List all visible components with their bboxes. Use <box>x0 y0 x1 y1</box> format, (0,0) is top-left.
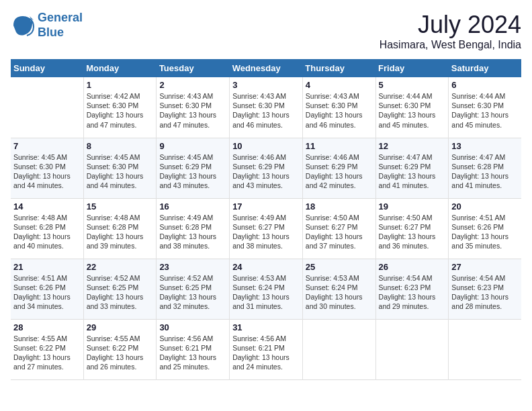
day-info: Sunrise: 4:55 AM Sunset: 6:22 PM Dayligh… <box>87 334 154 372</box>
day-info: Sunrise: 4:56 AM Sunset: 6:21 PM Dayligh… <box>232 334 300 372</box>
day-info: Sunrise: 4:43 AM Sunset: 6:30 PM Dayligh… <box>159 91 226 130</box>
logo: General Blue <box>11 11 83 40</box>
calendar-cell: 17Sunrise: 4:49 AM Sunset: 6:27 PM Dayli… <box>230 198 303 259</box>
day-number: 30 <box>159 322 226 332</box>
calendar-cell: 21Sunrise: 4:51 AM Sunset: 6:26 PM Dayli… <box>11 259 83 319</box>
day-number: 23 <box>159 262 226 272</box>
calendar-cell <box>302 319 375 379</box>
day-number: 15 <box>87 201 154 212</box>
calendar-header-row: SundayMondayTuesdayWednesdayThursdayFrid… <box>11 59 521 77</box>
calendar-cell: 16Sunrise: 4:49 AM Sunset: 6:28 PM Dayli… <box>157 198 230 259</box>
day-number: 16 <box>159 201 226 212</box>
header-tuesday: Tuesday <box>157 59 230 77</box>
header-friday: Friday <box>375 59 449 77</box>
week-row-5: 28Sunrise: 4:55 AM Sunset: 6:22 PM Dayli… <box>11 319 521 379</box>
day-info: Sunrise: 4:50 AM Sunset: 6:27 PM Dayligh… <box>306 213 373 251</box>
day-info: Sunrise: 4:51 AM Sunset: 6:26 PM Dayligh… <box>13 273 81 312</box>
day-info: Sunrise: 4:45 AM Sunset: 6:30 PM Dayligh… <box>87 152 154 191</box>
calendar-cell: 26Sunrise: 4:54 AM Sunset: 6:23 PM Dayli… <box>375 259 449 319</box>
week-row-1: 1Sunrise: 4:42 AM Sunset: 6:30 PM Daylig… <box>11 77 521 138</box>
day-info: Sunrise: 4:44 AM Sunset: 6:30 PM Dayligh… <box>379 91 446 130</box>
day-number: 29 <box>87 322 154 332</box>
day-number: 11 <box>306 141 373 151</box>
day-info: Sunrise: 4:45 AM Sunset: 6:29 PM Dayligh… <box>159 152 226 191</box>
calendar-cell: 24Sunrise: 4:53 AM Sunset: 6:24 PM Dayli… <box>230 259 303 319</box>
day-info: Sunrise: 4:55 AM Sunset: 6:22 PM Dayligh… <box>13 334 81 372</box>
day-info: Sunrise: 4:52 AM Sunset: 6:25 PM Dayligh… <box>87 273 154 312</box>
logo-icon <box>11 13 35 38</box>
day-number: 31 <box>232 322 300 332</box>
calendar-cell: 10Sunrise: 4:46 AM Sunset: 6:29 PM Dayli… <box>230 138 303 198</box>
calendar-cell: 31Sunrise: 4:56 AM Sunset: 6:21 PM Dayli… <box>230 319 303 379</box>
calendar-cell: 28Sunrise: 4:55 AM Sunset: 6:22 PM Dayli… <box>11 319 83 379</box>
calendar-cell: 14Sunrise: 4:48 AM Sunset: 6:28 PM Dayli… <box>11 198 83 259</box>
day-info: Sunrise: 4:48 AM Sunset: 6:28 PM Dayligh… <box>13 213 81 251</box>
day-info: Sunrise: 4:48 AM Sunset: 6:28 PM Dayligh… <box>87 213 154 251</box>
day-number: 5 <box>379 80 446 90</box>
day-info: Sunrise: 4:46 AM Sunset: 6:29 PM Dayligh… <box>306 152 373 191</box>
day-info: Sunrise: 4:51 AM Sunset: 6:26 PM Dayligh… <box>451 213 519 251</box>
day-number: 9 <box>159 141 226 151</box>
day-info: Sunrise: 4:54 AM Sunset: 6:23 PM Dayligh… <box>379 273 446 312</box>
day-number: 10 <box>232 141 300 151</box>
day-info: Sunrise: 4:53 AM Sunset: 6:24 PM Dayligh… <box>232 273 300 312</box>
day-number: 7 <box>13 141 81 151</box>
calendar-cell: 7Sunrise: 4:45 AM Sunset: 6:30 PM Daylig… <box>11 138 83 198</box>
calendar-cell: 9Sunrise: 4:45 AM Sunset: 6:29 PM Daylig… <box>157 138 230 198</box>
day-number: 18 <box>306 201 373 212</box>
day-number: 22 <box>87 262 154 272</box>
calendar-cell: 29Sunrise: 4:55 AM Sunset: 6:22 PM Dayli… <box>83 319 157 379</box>
header-thursday: Thursday <box>302 59 375 77</box>
day-info: Sunrise: 4:49 AM Sunset: 6:28 PM Dayligh… <box>159 213 226 251</box>
day-number: 27 <box>451 262 519 272</box>
calendar-cell: 25Sunrise: 4:53 AM Sunset: 6:24 PM Dayli… <box>302 259 375 319</box>
page-header: General Blue July 2024 Hasimara, West Be… <box>11 11 521 51</box>
day-info: Sunrise: 4:52 AM Sunset: 6:25 PM Dayligh… <box>159 273 226 312</box>
day-number: 21 <box>13 262 81 272</box>
day-number: 13 <box>451 141 519 151</box>
day-info: Sunrise: 4:50 AM Sunset: 6:27 PM Dayligh… <box>379 213 446 251</box>
calendar-cell: 15Sunrise: 4:48 AM Sunset: 6:28 PM Dayli… <box>83 198 157 259</box>
day-number: 19 <box>379 201 446 212</box>
title-block: July 2024 Hasimara, West Bengal, India <box>380 11 521 51</box>
week-row-3: 14Sunrise: 4:48 AM Sunset: 6:28 PM Dayli… <box>11 198 521 259</box>
day-info: Sunrise: 4:43 AM Sunset: 6:30 PM Dayligh… <box>306 91 373 130</box>
day-info: Sunrise: 4:53 AM Sunset: 6:24 PM Dayligh… <box>306 273 373 312</box>
main-title: July 2024 <box>380 11 521 39</box>
day-number: 6 <box>451 80 519 90</box>
subtitle: Hasimara, West Bengal, India <box>380 39 521 51</box>
calendar-cell: 1Sunrise: 4:42 AM Sunset: 6:30 PM Daylig… <box>83 77 157 138</box>
calendar-cell: 13Sunrise: 4:47 AM Sunset: 6:28 PM Dayli… <box>449 138 521 198</box>
day-info: Sunrise: 4:47 AM Sunset: 6:29 PM Dayligh… <box>379 152 446 191</box>
calendar-cell: 2Sunrise: 4:43 AM Sunset: 6:30 PM Daylig… <box>157 77 230 138</box>
calendar-table: SundayMondayTuesdayWednesdayThursdayFrid… <box>11 59 521 380</box>
day-number: 17 <box>232 201 300 212</box>
header-sunday: Sunday <box>11 59 83 77</box>
week-row-2: 7Sunrise: 4:45 AM Sunset: 6:30 PM Daylig… <box>11 138 521 198</box>
day-info: Sunrise: 4:54 AM Sunset: 6:23 PM Dayligh… <box>451 273 519 312</box>
day-number: 3 <box>232 80 300 90</box>
day-number: 12 <box>379 141 446 151</box>
calendar-cell: 27Sunrise: 4:54 AM Sunset: 6:23 PM Dayli… <box>449 259 521 319</box>
calendar-cell <box>11 77 83 138</box>
calendar-cell: 12Sunrise: 4:47 AM Sunset: 6:29 PM Dayli… <box>375 138 449 198</box>
day-number: 28 <box>13 322 81 332</box>
day-info: Sunrise: 4:45 AM Sunset: 6:30 PM Dayligh… <box>13 152 81 191</box>
day-number: 25 <box>306 262 373 272</box>
day-info: Sunrise: 4:47 AM Sunset: 6:28 PM Dayligh… <box>451 152 519 191</box>
day-info: Sunrise: 4:49 AM Sunset: 6:27 PM Dayligh… <box>232 213 300 251</box>
calendar-cell: 6Sunrise: 4:44 AM Sunset: 6:30 PM Daylig… <box>449 77 521 138</box>
day-info: Sunrise: 4:43 AM Sunset: 6:30 PM Dayligh… <box>232 91 300 130</box>
calendar-cell: 22Sunrise: 4:52 AM Sunset: 6:25 PM Dayli… <box>83 259 157 319</box>
day-info: Sunrise: 4:46 AM Sunset: 6:29 PM Dayligh… <box>232 152 300 191</box>
day-number: 14 <box>13 201 81 212</box>
calendar-cell: 5Sunrise: 4:44 AM Sunset: 6:30 PM Daylig… <box>375 77 449 138</box>
calendar-cell: 11Sunrise: 4:46 AM Sunset: 6:29 PM Dayli… <box>302 138 375 198</box>
day-number: 24 <box>232 262 300 272</box>
day-number: 20 <box>451 201 519 212</box>
day-number: 4 <box>306 80 373 90</box>
day-info: Sunrise: 4:42 AM Sunset: 6:30 PM Dayligh… <box>87 91 154 130</box>
calendar-cell: 8Sunrise: 4:45 AM Sunset: 6:30 PM Daylig… <box>83 138 157 198</box>
calendar-cell <box>449 319 521 379</box>
calendar-cell <box>375 319 449 379</box>
